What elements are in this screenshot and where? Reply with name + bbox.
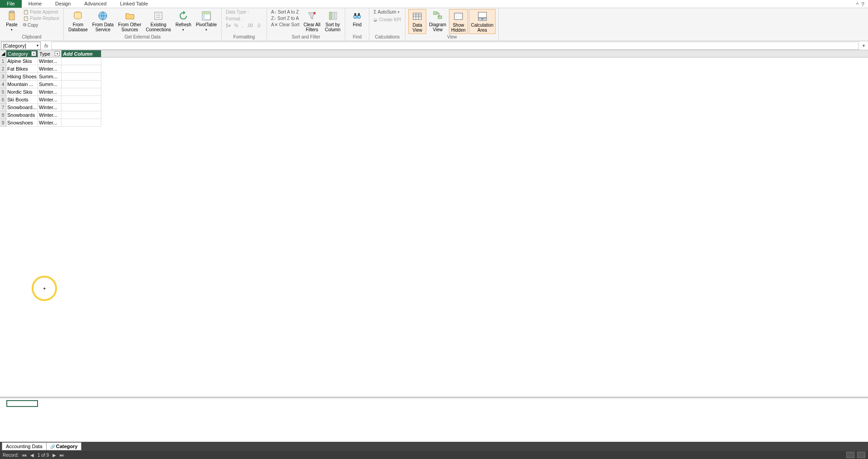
paste-append-button[interactable]: 📋 Paste Append bbox=[22, 9, 61, 15]
row-number[interactable]: 9 bbox=[0, 119, 6, 127]
from-data-service-button[interactable]: From Data Service bbox=[91, 9, 115, 33]
table-row[interactable]: 6Ski BootsWinter... bbox=[0, 96, 868, 104]
row-number[interactable]: 5 bbox=[0, 88, 6, 96]
grid-view-mode-button[interactable] bbox=[846, 452, 854, 458]
row-number[interactable]: 2 bbox=[0, 65, 6, 73]
currency-button[interactable]: $▾ bbox=[224, 23, 232, 29]
decrease-decimal-button[interactable]: .0 bbox=[255, 23, 262, 29]
autosum-button[interactable]: ΣAutoSum▾ bbox=[372, 9, 401, 15]
prev-record-button[interactable]: ◀ bbox=[30, 453, 34, 458]
cell-type[interactable]: Winter... bbox=[38, 111, 62, 119]
calculation-area-pane[interactable] bbox=[0, 398, 868, 442]
create-kpi-button[interactable]: ◒Create KPI bbox=[372, 17, 402, 23]
data-grid[interactable]: ◢ Category ▾ Type ▾ Add Column 1Alpine S… bbox=[0, 50, 868, 397]
filter-dropdown-icon[interactable]: ▾ bbox=[31, 51, 36, 56]
cell-addcol[interactable] bbox=[62, 81, 101, 88]
help-icon[interactable]: ? bbox=[861, 1, 864, 8]
diagram-view-button[interactable]: Diagram View bbox=[427, 9, 448, 33]
clear-sort-button[interactable]: A✕Clear Sort bbox=[270, 22, 301, 28]
last-record-button[interactable]: ⏭ bbox=[60, 453, 64, 458]
copy-button[interactable]: ⧉ Copy bbox=[22, 22, 61, 28]
sort-by-column-button[interactable]: Sort by Column bbox=[323, 9, 342, 33]
increase-decimal-button[interactable]: .00 bbox=[245, 23, 254, 29]
cell-addcol[interactable] bbox=[62, 65, 101, 73]
table-row[interactable]: 5Nordic SkisWinter... bbox=[0, 88, 868, 96]
existing-connections-button[interactable]: Existing Connections bbox=[144, 9, 173, 33]
name-box[interactable]: [Category] ▾ bbox=[1, 42, 41, 50]
cell-addcol[interactable] bbox=[62, 111, 101, 119]
clear-filters-button[interactable]: Clear All Filters bbox=[302, 9, 322, 33]
table-row[interactable]: 8SnowboardsWinter... bbox=[0, 111, 868, 119]
comma-button[interactable]: , bbox=[240, 23, 244, 29]
paste-button[interactable]: Paste ▾ bbox=[3, 9, 21, 33]
sheet-tab-accounting[interactable]: Accounting Data bbox=[2, 442, 47, 450]
cell-type[interactable]: Winter... bbox=[38, 104, 62, 111]
filter-dropdown-icon[interactable]: ▾ bbox=[55, 51, 60, 56]
next-record-button[interactable]: ▶ bbox=[52, 453, 56, 458]
table-row[interactable]: 7Snowboard...Winter... bbox=[0, 104, 868, 111]
table-row[interactable]: 9SnowshoesWinter... bbox=[0, 119, 868, 127]
cell-addcol[interactable] bbox=[62, 73, 101, 81]
from-other-sources-button[interactable]: From Other Sources bbox=[116, 9, 143, 33]
sort-az-button[interactable]: A↓Sort A to Z bbox=[270, 9, 301, 15]
sort-za-button[interactable]: Z↓Sort Z to A bbox=[270, 15, 301, 21]
diagram-view-mode-button[interactable] bbox=[857, 452, 865, 458]
cell-type[interactable]: Winter... bbox=[38, 88, 62, 96]
cell-category[interactable]: Mountain ... bbox=[6, 81, 38, 88]
cell-type[interactable]: Winter... bbox=[38, 119, 62, 127]
format-select[interactable]: Format : bbox=[224, 16, 244, 22]
tab-file[interactable]: File bbox=[0, 0, 22, 8]
from-database-button[interactable]: From Database bbox=[67, 9, 90, 33]
row-number[interactable]: 4 bbox=[0, 81, 6, 88]
row-number[interactable]: 3 bbox=[0, 73, 6, 81]
cell-addcol[interactable] bbox=[62, 119, 101, 127]
column-header-category[interactable]: Category ▾ bbox=[6, 50, 38, 57]
tab-linked-table[interactable]: Linked Table bbox=[113, 0, 155, 8]
row-number[interactable]: 1 bbox=[0, 57, 6, 65]
show-hidden-button[interactable]: Show Hidden bbox=[449, 9, 468, 34]
cell-category[interactable]: Snowshoes bbox=[6, 119, 38, 127]
find-button[interactable]: Find bbox=[348, 9, 366, 28]
cell-category[interactable]: Nordic Skis bbox=[6, 88, 38, 96]
cell-category[interactable]: Ski Boots bbox=[6, 96, 38, 104]
row-number[interactable]: 6 bbox=[0, 96, 6, 104]
tab-home[interactable]: Home bbox=[22, 0, 48, 8]
minimize-ribbon-icon[interactable]: ^ bbox=[856, 1, 859, 8]
cell-type[interactable]: Summ... bbox=[38, 81, 62, 88]
first-record-button[interactable]: ⏮ bbox=[22, 453, 27, 458]
table-row[interactable]: 4Mountain ...Summ... bbox=[0, 81, 868, 88]
cell-category[interactable]: Alpine Skis bbox=[6, 57, 38, 65]
table-row[interactable]: 2Fat BikesWinter... bbox=[0, 65, 868, 73]
measure-cell-selection[interactable] bbox=[6, 400, 38, 407]
cell-addcol[interactable] bbox=[62, 96, 101, 104]
cell-category[interactable]: Hiking Shoes bbox=[6, 73, 38, 81]
cell-category[interactable]: Snowboard... bbox=[6, 104, 38, 111]
cell-addcol[interactable] bbox=[62, 57, 101, 65]
cell-type[interactable]: Winter... bbox=[38, 57, 62, 65]
refresh-button[interactable]: Refresh ▾ bbox=[174, 9, 193, 33]
cell-type[interactable]: Summ... bbox=[38, 73, 62, 81]
column-header-type[interactable]: Type ▾ bbox=[38, 50, 62, 57]
formula-input[interactable] bbox=[51, 42, 859, 50]
select-all-corner[interactable]: ◢ bbox=[0, 50, 6, 57]
row-number[interactable]: 8 bbox=[0, 111, 6, 119]
percent-button[interactable]: % bbox=[233, 23, 240, 29]
row-number[interactable]: 7 bbox=[0, 104, 6, 111]
cell-addcol[interactable] bbox=[62, 104, 101, 111]
tab-design[interactable]: Design bbox=[48, 0, 77, 8]
sheet-tab-category[interactable]: 🔗Category bbox=[46, 442, 82, 450]
expand-formula-icon[interactable]: ▾ bbox=[859, 43, 868, 48]
tab-advanced[interactable]: Advanced bbox=[77, 0, 113, 8]
cell-category[interactable]: Fat Bikes bbox=[6, 65, 38, 73]
cell-type[interactable]: Winter... bbox=[38, 96, 62, 104]
table-row[interactable]: 3Hiking ShoesSumm... bbox=[0, 73, 868, 81]
calculation-area-button[interactable]: fx Calculation Area bbox=[469, 9, 496, 34]
cell-type[interactable]: Winter... bbox=[38, 65, 62, 73]
data-view-button[interactable]: Data View bbox=[408, 9, 426, 34]
cell-category[interactable]: Snowboards bbox=[6, 111, 38, 119]
cell-addcol[interactable] bbox=[62, 88, 101, 96]
paste-replace-button[interactable]: 📋 Paste Replace bbox=[22, 15, 61, 21]
add-column-header[interactable]: Add Column bbox=[62, 50, 101, 57]
pivottable-button[interactable]: PivotTable ▾ bbox=[194, 9, 219, 33]
data-type-select[interactable]: Data Type : bbox=[224, 9, 250, 15]
